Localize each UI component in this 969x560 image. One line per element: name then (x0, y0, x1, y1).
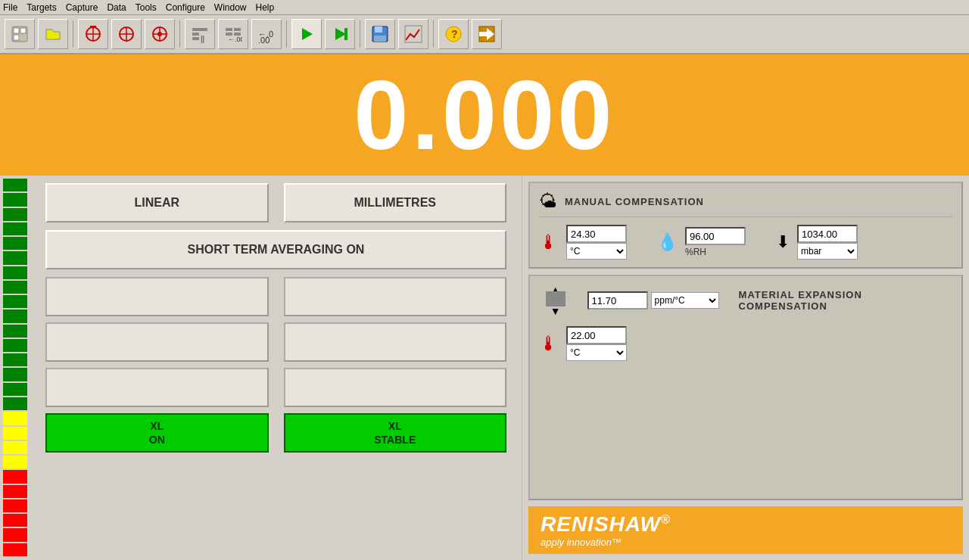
level-segment-1 (3, 193, 27, 206)
pause-button[interactable] (325, 19, 355, 49)
coefficient-input[interactable] (587, 291, 648, 310)
data-box-2b (284, 322, 507, 362)
material-temperature-group: °C °F (566, 326, 627, 361)
measurement-value: 0.000 (354, 66, 615, 164)
coefficient-unit-select[interactable]: ppm/°C ppm/°F (651, 292, 719, 309)
brand-name: RENISHAW® (541, 512, 671, 537)
data-box-2a (45, 322, 269, 362)
measurement-type-row: LINEAR MILLIMETRES (45, 183, 506, 222)
material-temperature-input[interactable] (566, 326, 627, 344)
svg-text:.00: .00 (258, 36, 270, 43)
level-segment-24 (3, 528, 27, 541)
level-segment-20 (3, 470, 27, 483)
material-temperature-unit-select[interactable]: °C °F (566, 344, 627, 361)
level-segment-10 (3, 325, 27, 338)
svg-rect-17 (192, 37, 199, 40)
averaging-button[interactable]: SHORT TERM AVERAGING ON (45, 230, 506, 269)
svg-text:←.00: ←.00 (228, 36, 242, 43)
help-button[interactable]: ? (438, 19, 469, 49)
svg-rect-30 (375, 26, 382, 33)
humidity-unit-label: %RH (685, 247, 706, 257)
run-button[interactable] (291, 19, 322, 49)
xl-on-label-top: XL (150, 419, 164, 433)
menu-capture[interactable]: Capture (66, 2, 98, 13)
svg-rect-28 (344, 28, 347, 40)
material-expansion-title: MATERIAL EXPANSION COMPENSATION (739, 289, 952, 312)
level-segment-13 (3, 368, 27, 381)
manual-compensation-box: 🌤 MANUAL COMPENSATION 🌡 °C °F 💧 %RH (528, 182, 963, 269)
svg-text:?: ? (451, 28, 458, 40)
linear-button[interactable]: LINEAR (45, 183, 269, 222)
split2-button[interactable]: ←.00 (218, 19, 248, 49)
temperature-icon: 🌡 (539, 231, 559, 254)
setup-button[interactable] (5, 19, 35, 49)
svg-rect-31 (374, 36, 386, 42)
level-segment-2 (3, 208, 27, 221)
material-expansion-icon: ▲ ▼ (539, 284, 572, 317)
level-segment-12 (3, 353, 27, 366)
level-segment-15 (3, 397, 27, 410)
menu-tools[interactable]: Tools (136, 2, 157, 13)
svg-rect-2 (20, 28, 26, 33)
millimetres-button[interactable]: MILLIMETRES (284, 183, 507, 222)
status-row: XL ON XL STABLE (45, 413, 506, 453)
level-segment-6 (3, 266, 27, 279)
toolbar-separator-5 (433, 20, 434, 48)
material-temperature-icon: 🌡 (539, 332, 559, 356)
data-box-1a (45, 277, 269, 316)
humidity-field-group: %RH (685, 227, 746, 257)
level-segment-3 (3, 222, 27, 235)
toolbar: || ←.00 ←.0.00 ? (0, 15, 969, 54)
data-row-3 (45, 368, 506, 407)
pressure-unit-select[interactable]: mbar hPa mmHg (797, 243, 858, 260)
pressure-input[interactable] (797, 225, 858, 243)
target-center-button[interactable] (111, 19, 142, 49)
humidity-input[interactable] (685, 227, 746, 245)
toolbar-separator-3 (286, 20, 287, 48)
menu-file[interactable]: File (3, 2, 17, 13)
exit-button[interactable] (472, 19, 502, 49)
reset-button[interactable]: ←.0.00 (251, 19, 282, 49)
level-segment-0 (3, 179, 27, 191)
temperature-unit-select[interactable]: °C °F (566, 243, 627, 260)
open-button[interactable] (38, 19, 68, 49)
menu-targets[interactable]: Targets (26, 2, 56, 13)
level-segment-22 (3, 499, 27, 512)
main-display: 0.000 (0, 54, 969, 176)
level-segment-16 (3, 412, 27, 425)
svg-marker-26 (302, 28, 313, 40)
branding-bar: RENISHAW® apply innovation™ (528, 506, 963, 554)
save-button[interactable] (365, 19, 395, 49)
right-panel: 🌤 MANUAL COMPENSATION 🌡 °C °F 💧 %RH (522, 176, 969, 560)
xl-stable-label-top: XL (388, 419, 402, 433)
move-button[interactable] (145, 19, 175, 49)
menu-configure[interactable]: Configure (166, 2, 205, 13)
menu-data[interactable]: Data (107, 2, 126, 13)
chart-button[interactable] (398, 19, 428, 49)
xl-stable-button[interactable]: XL STABLE (284, 413, 507, 453)
xl-on-button[interactable]: XL ON (45, 413, 269, 453)
brand-tagline: apply innovation™ (541, 537, 671, 548)
svg-rect-19 (226, 28, 232, 31)
level-segment-5 (3, 251, 27, 264)
content-area: LINEAR MILLIMETRES SHORT TERM AVERAGING … (0, 176, 969, 560)
svg-text:||: || (201, 35, 204, 43)
level-segment-17 (3, 427, 27, 440)
level-segment-19 (3, 456, 27, 468)
temperature-input[interactable] (566, 225, 627, 243)
material-expansion-fields: ppm/°C ppm/°F (587, 291, 719, 310)
split-button[interactable]: || (185, 19, 215, 49)
svg-rect-1 (14, 28, 19, 33)
temperature-field-group: °C °F (566, 225, 627, 260)
level-segment-23 (3, 514, 27, 527)
menu-help[interactable]: Help (256, 2, 275, 13)
level-segment-4 (3, 237, 27, 250)
level-segment-9 (3, 310, 27, 322)
pressure-icon: ⬇ (776, 232, 790, 252)
menu-window[interactable]: Window (214, 2, 247, 13)
pressure-field-group: mbar hPa mmHg (797, 225, 858, 260)
svg-point-14 (157, 32, 162, 36)
xl-stable-label-bottom: STABLE (374, 433, 416, 446)
target-add-button[interactable] (78, 19, 108, 49)
svg-marker-27 (335, 28, 346, 40)
